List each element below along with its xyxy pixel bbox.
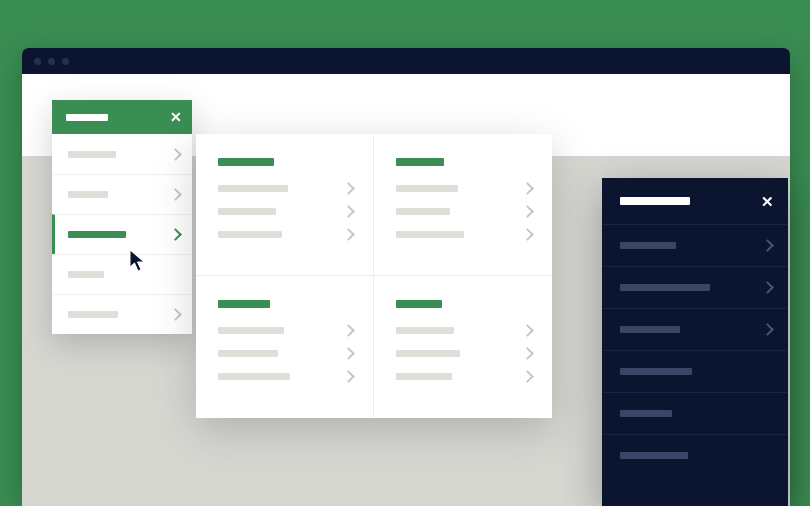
primary-dropdown: ✕: [52, 100, 192, 334]
menu-item-label: [396, 185, 458, 192]
mega-flyout-item[interactable]: [218, 184, 353, 193]
secondary-panel-item[interactable]: [602, 434, 788, 476]
menu-item-label: [620, 368, 692, 375]
menu-item-label: [620, 242, 676, 249]
section-heading: [396, 300, 442, 308]
chevron-right-icon: [169, 188, 182, 201]
chevron-right-icon: [521, 205, 534, 218]
mega-flyout-item[interactable]: [218, 230, 353, 239]
window-titlebar: [22, 48, 790, 74]
menu-item-label: [218, 373, 290, 380]
chevron-right-icon: [521, 182, 534, 195]
primary-dropdown-item[interactable]: [52, 134, 192, 174]
mega-flyout-item[interactable]: [396, 184, 532, 193]
chevron-right-icon: [521, 370, 534, 383]
secondary-panel-item[interactable]: [602, 392, 788, 434]
menu-item-label: [396, 373, 452, 380]
chevron-right-icon: [342, 370, 355, 383]
chevron-right-icon: [169, 228, 182, 241]
chevron-right-icon: [342, 324, 355, 337]
menu-item-label: [218, 208, 276, 215]
menu-item-label: [68, 271, 104, 278]
chevron-right-icon: [761, 239, 774, 252]
chevron-right-icon: [342, 182, 355, 195]
secondary-panel-item[interactable]: [602, 266, 788, 308]
chevron-right-icon: [342, 347, 355, 360]
chevron-right-icon: [521, 324, 534, 337]
primary-dropdown-item[interactable]: [52, 254, 192, 294]
secondary-panel: ✕: [602, 178, 788, 506]
traffic-light-dot[interactable]: [62, 58, 69, 65]
primary-dropdown-item[interactable]: [52, 174, 192, 214]
mega-flyout-item[interactable]: [218, 372, 353, 381]
chevron-right-icon: [169, 148, 182, 161]
menu-item-label: [218, 185, 288, 192]
menu-item-label: [218, 350, 278, 357]
close-icon[interactable]: ✕: [170, 110, 182, 124]
menu-item-label: [218, 327, 284, 334]
menu-item-label: [396, 208, 450, 215]
menu-item-label: [620, 284, 710, 291]
mega-flyout-item[interactable]: [218, 207, 353, 216]
chevron-right-icon: [521, 228, 534, 241]
primary-dropdown-header: ✕: [52, 100, 192, 134]
chevron-right-icon: [169, 308, 182, 321]
mega-flyout-section: [196, 276, 374, 418]
primary-dropdown-list: [52, 134, 192, 334]
menu-item-label: [218, 231, 282, 238]
mega-flyout-item[interactable]: [396, 349, 532, 358]
mega-flyout-item[interactable]: [218, 349, 353, 358]
menu-item-label: [396, 231, 464, 238]
mega-flyout-section: [374, 276, 552, 418]
close-icon[interactable]: ✕: [761, 194, 774, 209]
mega-flyout-item[interactable]: [396, 326, 532, 335]
mega-flyout-item[interactable]: [396, 372, 532, 381]
mega-flyout-item[interactable]: [218, 326, 353, 335]
menu-item-label: [68, 311, 118, 318]
traffic-light-dot[interactable]: [34, 58, 41, 65]
menu-item-label: [68, 191, 108, 198]
menu-item-label: [396, 350, 460, 357]
mega-flyout-item[interactable]: [396, 207, 532, 216]
secondary-panel-header: ✕: [602, 178, 788, 224]
section-heading: [218, 300, 270, 308]
chevron-right-icon: [761, 281, 774, 294]
chevron-right-icon: [761, 323, 774, 336]
menu-item-label: [68, 231, 126, 238]
mega-flyout-section: [374, 134, 552, 276]
primary-dropdown-item[interactable]: [52, 214, 192, 254]
menu-item-label: [68, 151, 116, 158]
section-heading: [396, 158, 444, 166]
menu-item-label: [396, 327, 454, 334]
secondary-panel-item[interactable]: [602, 224, 788, 266]
mega-flyout-section: [196, 134, 374, 276]
secondary-panel-item[interactable]: [602, 308, 788, 350]
chevron-right-icon: [342, 205, 355, 218]
menu-item-label: [620, 410, 672, 417]
secondary-panel-title: [620, 197, 690, 205]
primary-dropdown-item[interactable]: [52, 294, 192, 334]
menu-item-label: [620, 326, 680, 333]
chevron-right-icon: [521, 347, 534, 360]
menu-item-label: [620, 452, 688, 459]
mega-flyout-item[interactable]: [396, 230, 532, 239]
chevron-right-icon: [342, 228, 355, 241]
traffic-light-dot[interactable]: [48, 58, 55, 65]
secondary-panel-item[interactable]: [602, 350, 788, 392]
section-heading: [218, 158, 274, 166]
mega-flyout: [196, 134, 552, 418]
primary-dropdown-title: [66, 114, 108, 121]
